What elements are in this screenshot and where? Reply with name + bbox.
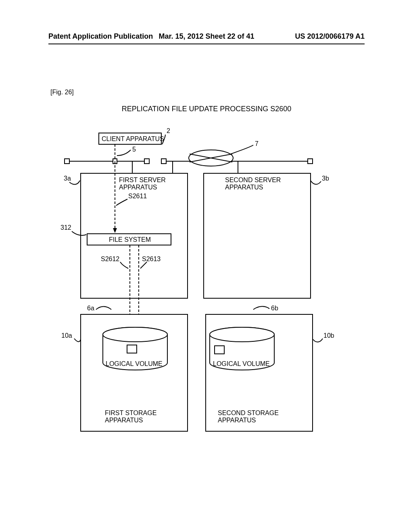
ref-6b: 6b [271,305,278,312]
client-apparatus-label: CLIENT APPARATUS [102,135,164,142]
bus-left-tick-l [65,159,69,164]
ref-10b: 10b [323,332,334,339]
diagram-title: REPLICATION FILE UPDATE PROCESSING S2600 [0,105,413,113]
ref-3a: 3a [64,175,71,182]
header-right: US 2012/0066179 A1 [295,32,365,41]
lv-a-file-icon [127,345,137,353]
leader-3b [311,181,321,184]
lv-a-top-redraw [103,327,167,342]
label-s2612: S2612 [101,256,119,262]
lv-a-label: LOGICAL VOLUME [106,360,163,367]
ref-5: 5 [132,146,136,153]
lv-b-file-icon [215,346,224,354]
ref-10a: 10a [61,332,72,339]
lv-b-top-redraw [210,327,274,342]
bus-right-tick-l [161,159,166,164]
leader-5 [117,150,131,156]
page-header: Patent Application Publication Mar. 15, … [0,32,413,41]
diagram-svg: CLIENT APPARATUS 2 5 7 FIRST SERVER [44,125,359,443]
second-storage-l1: SECOND STORAGE [218,409,279,416]
bus-left-tick-r [144,159,149,164]
lv-b-label: LOGICAL VOLUME [213,360,270,367]
header-rule [48,44,365,44]
second-storage-l2: APPARATUS [218,417,256,424]
ref-6a: 6a [87,305,94,312]
second-server-l1: SECOND SERVER [225,177,281,183]
label-s2613: S2613 [142,256,161,262]
bus-right-tick-r [308,159,313,164]
header-mid: Mar. 15, 2012 Sheet 22 of 41 [159,32,254,41]
leader-7 [231,145,253,154]
first-server-l1: FIRST SERVER [119,177,166,183]
figure-label: [Fig. 26] [50,89,74,96]
leader-3a [69,181,80,185]
ref-2: 2 [167,127,170,134]
first-server-l2: APPARATUS [119,184,157,191]
header-left: Patent Application Publication [48,32,153,41]
file-system-label: FILE SYSTEM [109,236,151,243]
page: Patent Application Publication Mar. 15, … [0,0,413,532]
ref-7: 7 [255,140,259,147]
second-server-box [204,173,311,298]
ref-312: 312 [60,224,71,231]
ref-3b: 3b [322,175,329,182]
leader-10b [313,339,323,342]
leader-10a [74,339,81,342]
first-storage-l1: FIRST STORAGE [105,409,156,416]
leader-6a [96,307,111,310]
first-storage-l2: APPARATUS [105,417,143,424]
label-s2611: S2611 [128,193,147,200]
second-server-l2: APPARATUS [225,184,263,191]
leader-6b [253,306,269,310]
